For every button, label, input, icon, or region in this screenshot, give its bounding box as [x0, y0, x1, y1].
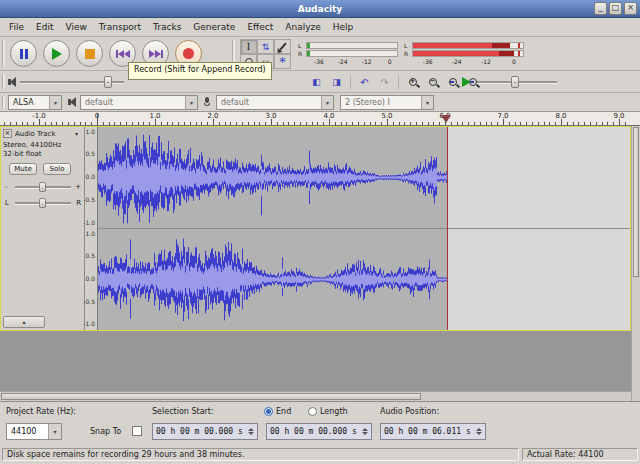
toolbar-gripper[interactable] — [2, 74, 5, 89]
speaker-icon — [8, 77, 16, 87]
waveform-channel-left[interactable] — [98, 127, 447, 228]
audio-track: × Audio Track ▾ Stereo, 44100Hz 32-bit f… — [0, 126, 631, 331]
menu-help[interactable]: Help — [327, 20, 360, 34]
undo-button[interactable]: ↶ — [356, 74, 373, 90]
speed-thumb[interactable] — [511, 76, 519, 88]
ruler-tick — [120, 122, 121, 125]
menu-file[interactable]: File — [3, 20, 30, 34]
title-bar[interactable]: Audacity _ □ × — [0, 0, 640, 18]
project-rate-select[interactable]: 44100 ▾ — [6, 423, 62, 440]
ruler-tick — [538, 122, 539, 125]
playback-meter[interactable]: L R -36 -24 -12 0 — [298, 41, 398, 65]
vscale-label: -0.5 — [83, 197, 95, 203]
output-volume-thumb[interactable] — [104, 76, 112, 88]
ruler-tick — [404, 122, 405, 125]
snap-to-checkbox[interactable] — [132, 426, 142, 436]
maximize-button[interactable]: □ — [609, 2, 622, 15]
close-button[interactable]: × — [624, 2, 637, 15]
spinner-icon[interactable] — [248, 428, 254, 435]
fit-selection-button[interactable] — [444, 74, 461, 90]
play-button[interactable] — [43, 40, 70, 67]
silence-icon: ◨ — [332, 77, 341, 87]
window-controls: _ □ × — [594, 2, 637, 15]
playback-speed-slider[interactable] — [477, 73, 557, 91]
ruler-tick — [428, 122, 429, 125]
menu-generate[interactable]: Generate — [187, 20, 241, 34]
end-radio-icon[interactable] — [264, 407, 273, 416]
silence-audio-button[interactable]: ◨ — [328, 74, 345, 90]
ruler-tick — [126, 122, 127, 125]
output-volume-slider[interactable] — [20, 73, 124, 91]
record-icon — [183, 48, 194, 59]
track-menu-chevron-icon[interactable]: ▾ — [75, 130, 78, 137]
mute-button[interactable]: Mute — [9, 163, 37, 175]
recording-meter[interactable]: L R -36 -24 -12 0 — [404, 41, 524, 65]
toolbar-gripper[interactable] — [2, 96, 5, 108]
ruler-tick — [358, 122, 359, 125]
input-channels-select[interactable]: 2 (Stereo) I ▾ — [340, 95, 434, 110]
audio-position-field[interactable]: 00 h 00 m 06.011 s — [380, 423, 486, 440]
gain-slider[interactable] — [15, 180, 71, 194]
length-radio-icon[interactable] — [308, 407, 317, 416]
ruler-tick — [259, 122, 260, 125]
end-radio[interactable]: End — [264, 407, 291, 416]
menu-transport[interactable]: Transport — [93, 20, 147, 34]
track-name[interactable]: Audio Track — [15, 130, 55, 138]
minimize-button[interactable]: _ — [594, 2, 607, 15]
menu-analyze[interactable]: Analyze — [279, 20, 326, 34]
menu-effect[interactable]: Effect — [241, 20, 279, 34]
menu-tracks[interactable]: Tracks — [147, 20, 187, 34]
horizontal-scroll-thumb[interactable] — [1, 393, 421, 400]
selection-start-field[interactable]: 00 h 00 m 00.000 s — [152, 423, 258, 440]
meter-right-label: R — [298, 50, 306, 57]
selection-tool-button[interactable]: I — [240, 39, 257, 54]
toolbar-separator — [398, 75, 399, 89]
audio-position-label: Audio Position: — [380, 407, 439, 416]
toolbar-gripper[interactable] — [2, 40, 5, 67]
zoom-out-button[interactable]: − — [424, 74, 441, 90]
ruler-tick — [416, 122, 417, 125]
ruler-tick — [346, 122, 347, 125]
track-sample-format: 32-bit float — [3, 150, 42, 158]
vertical-scroll-thumb[interactable] — [633, 127, 639, 277]
output-device-select[interactable]: default ▾ — [80, 95, 198, 110]
stop-button[interactable] — [76, 40, 103, 67]
track-collapse-button[interactable]: ▴ — [3, 316, 45, 328]
envelope-tool-button[interactable]: ⇅ — [257, 39, 274, 54]
selection-end-field[interactable]: 00 h 00 m 00.000 s — [266, 423, 372, 440]
trim-audio-button[interactable]: ◧ — [308, 74, 325, 90]
horizontal-scrollbar[interactable] — [0, 391, 631, 401]
multi-tool-button[interactable]: * — [274, 54, 291, 69]
length-radio[interactable]: Length — [308, 407, 348, 416]
vertical-ruler[interactable]: 1.0 0.5 0.0 -0.5 -1.0 1.0 0.5 0.0 -0.5 -… — [85, 127, 98, 330]
waveform-area[interactable] — [98, 127, 630, 330]
pan-slider-row: L R — [5, 196, 81, 210]
spinner-icon[interactable] — [476, 428, 482, 435]
zoom-in-button[interactable]: + — [404, 74, 421, 90]
spinner-icon[interactable] — [362, 428, 368, 435]
input-device-select[interactable]: default ▾ — [216, 95, 334, 110]
ruler-tick — [607, 122, 608, 125]
selection-start-label: Selection Start: — [152, 407, 214, 416]
recording-meter-right: R — [404, 49, 524, 57]
solo-button[interactable]: Solo — [43, 163, 71, 175]
zoom-out-icon: − — [429, 78, 437, 86]
pause-button[interactable] — [10, 40, 37, 67]
redo-button[interactable]: ↷ — [376, 74, 393, 90]
microphone-icon — [204, 97, 210, 107]
gain-thumb[interactable] — [39, 182, 46, 192]
vscale-label: -0.5 — [83, 299, 95, 305]
timeline-ruler[interactable]: -1.0 0 1.0 2.0 3.0 4.0 5.0 6.0 7.0 8.0 9… — [0, 112, 640, 126]
multi-tool-icon: * — [279, 58, 286, 66]
vertical-scrollbar[interactable] — [631, 126, 640, 401]
pan-slider[interactable] — [15, 196, 71, 210]
pan-thumb[interactable] — [39, 198, 46, 208]
play-at-speed-icon[interactable] — [462, 77, 471, 87]
menu-view[interactable]: View — [60, 20, 93, 34]
audio-host-select[interactable]: ALSA ▾ — [8, 95, 62, 110]
draw-tool-button[interactable] — [274, 39, 291, 54]
waveform-channel-right[interactable] — [98, 229, 447, 330]
ruler-tick — [242, 122, 243, 125]
menu-edit[interactable]: Edit — [30, 20, 59, 34]
track-close-button[interactable]: × — [3, 129, 12, 138]
